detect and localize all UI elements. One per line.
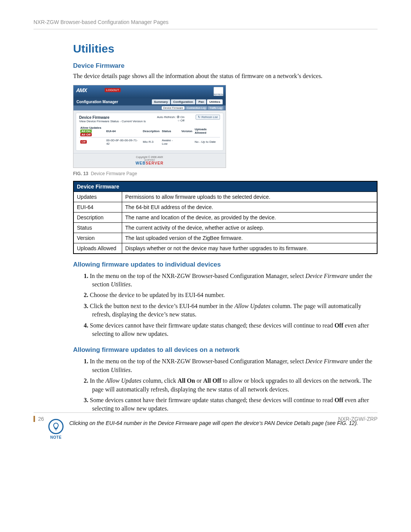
logout-button[interactable]: LOGOUT <box>105 88 121 92</box>
col-eui64: EUI-64 <box>105 125 142 137</box>
amx-logo: AMX <box>76 87 87 93</box>
table-row: EUI-64The 64-bit EUI address of the devi… <box>73 202 377 212</box>
row-uploads: No - Up to Date <box>193 137 220 147</box>
panel-desc: View Device Firmware Status - Current Ve… <box>79 120 146 123</box>
table-value: Displays whether or not the device may h… <box>122 243 378 254</box>
tab-pan[interactable]: Pan <box>196 99 206 104</box>
subtab-traffic-log[interactable]: Traffic Log <box>208 106 223 110</box>
row-off-button[interactable]: Off <box>80 140 87 144</box>
fig-top-bar: AMX LOGOUT REFRESH <box>73 85 226 98</box>
fig-panel: Device Firmware View Device Firmware Sta… <box>76 113 223 151</box>
all-off-button[interactable]: All Off <box>80 133 92 136</box>
col-uploads: Uploads Allowed <box>193 125 220 137</box>
col-version: Version <box>180 125 194 137</box>
refresh-list-button[interactable]: ↻ Refresh List <box>196 115 220 120</box>
page-footer: 26 NXR-ZGW/-ZRP <box>33 412 378 422</box>
col-description: Description <box>142 125 161 137</box>
col-allow-updates: Allow Updates All On All Off <box>79 125 105 137</box>
tab-configuration[interactable]: Configuration <box>171 99 195 104</box>
list-item: 1. In the menu on the top of the NXR-ZGW… <box>84 271 378 290</box>
list-item: 4. Some devices cannot have their firmwa… <box>84 320 378 340</box>
row-eui64[interactable]: 00-0D-6F-00-00-09-71-42 <box>105 137 142 147</box>
table-value: The last uploaded version of the ZigBee … <box>122 233 378 243</box>
note-label: NOTE <box>47 435 65 439</box>
list-item: 3. Click the button next to the device’s… <box>84 301 378 320</box>
fig-footer: Copyright © 2006 AMX goahead WEBSERVER <box>73 153 226 168</box>
table-value: The current activity of the device, whet… <box>122 222 378 233</box>
tab-summary[interactable]: Summary <box>152 99 170 104</box>
table-value: Permissions to allow firmware uploads to… <box>122 192 378 202</box>
fig-subtabs: Device Firmware Connection Log Traffic L… <box>73 105 226 110</box>
svg-rect-0 <box>55 428 57 429</box>
table-key: Version <box>73 233 122 243</box>
svg-rect-1 <box>55 430 57 430</box>
device-firmware-table: Device Firmware UpdatesPermissions to al… <box>73 181 378 254</box>
table-value: The 64-bit EUI address of the device. <box>122 202 378 212</box>
list-item: 1. In the menu on the top of the NXR-ZGW… <box>84 356 378 375</box>
subtab-connection-log[interactable]: Connection Log <box>185 106 207 110</box>
table-value: The name and location of the device, as … <box>122 212 378 222</box>
page-number: 26 <box>33 416 44 422</box>
intro-paragraph: The device details page shows all the in… <box>73 72 378 80</box>
all-on-button[interactable]: All On <box>80 129 92 133</box>
running-header: NXR-ZGW Browser-based Configuration Mana… <box>33 19 378 29</box>
subhead-allow-all: Allowing firmware updates to all devices… <box>73 346 378 354</box>
subhead-allow-individual: Allowing firmware updates to individual … <box>73 261 378 268</box>
figure-13-screenshot: AMX LOGOUT REFRESH Configuration Manager… <box>73 85 226 168</box>
table-row: UpdatesPermissions to allow firmware upl… <box>73 192 377 202</box>
row-status: Awake - Low <box>161 137 180 147</box>
auto-refresh-on[interactable]: On <box>180 115 185 119</box>
col-status: Status <box>161 125 180 137</box>
note-block: NOTE Clicking on the EUI-64 number in th… <box>47 419 378 439</box>
fig-title-bar: Configuration Manager Summary Configurat… <box>73 98 226 105</box>
table-row: StatusThe current activity of the device… <box>73 222 377 233</box>
table-key: Updates <box>73 192 122 202</box>
config-manager-label: Configuration Manager <box>76 100 118 104</box>
panel-title: Device Firmware <box>79 115 146 120</box>
procedure-individual: 1. In the menu on the top of the NXR-ZGW… <box>73 271 378 340</box>
subtab-device-firmware[interactable]: Device Firmware <box>162 106 185 110</box>
table-row: Uploads AllowedDisplays whether or not t… <box>73 243 377 254</box>
table-row: DescriptionThe name and location of the … <box>73 212 377 222</box>
refresh-icon[interactable]: REFRESH <box>213 87 223 96</box>
table-row: VersionThe last uploaded version of the … <box>73 233 377 243</box>
webserver-logo: WEBSERVER <box>73 161 226 165</box>
list-item: 2. Choose the device to be updated by it… <box>84 290 378 300</box>
procedure-all: 1. In the menu on the top of the NXR-ZGW… <box>73 356 378 414</box>
table-key: EUI-64 <box>73 202 122 212</box>
doc-table-header: Device Firmware <box>73 181 377 192</box>
auto-refresh-label: Auto Refresh: <box>157 115 176 119</box>
row-desc: Mio R-3 <box>142 137 161 147</box>
subhead-device-firmware: Device Firmware <box>73 62 378 70</box>
goahead-label: goahead <box>73 158 226 161</box>
figure-13-caption: FIG. 13 Device Firmware Page <box>73 171 378 176</box>
doc-id: NXR-ZGW/-ZRP <box>338 416 378 422</box>
tab-utilities[interactable]: Utilities <box>207 99 223 104</box>
fig-device-table: Allow Updates All On All Off EUI-64 Desc… <box>79 125 220 147</box>
table-row: Off 00-0D-6F-00-00-09-71-42 Mio R-3 Awak… <box>79 137 220 147</box>
list-item: 3. Some devices cannot have their firmwa… <box>84 395 378 414</box>
table-key: Status <box>73 222 122 233</box>
row-version <box>180 137 194 147</box>
section-title: Utilities <box>73 42 378 55</box>
table-key: Description <box>73 212 122 222</box>
fig-copyright: Copyright © 2006 AMX <box>73 156 226 158</box>
auto-refresh-off[interactable]: Off <box>180 119 185 122</box>
list-item: 2. In the Allow Updates column, click Al… <box>84 375 378 395</box>
table-key: Uploads Allowed <box>73 243 122 254</box>
